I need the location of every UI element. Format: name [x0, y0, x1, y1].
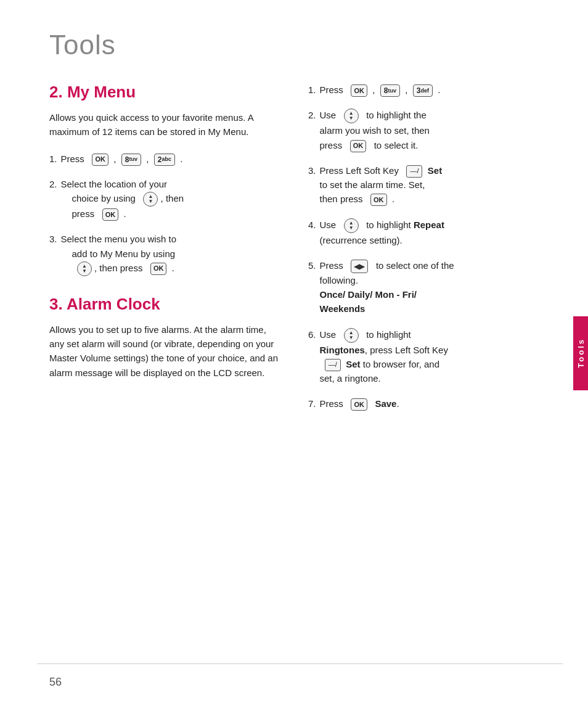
nav-key-icon: ▲▼ — [344, 328, 359, 343]
ok-key-icon: OK — [150, 263, 167, 275]
step-content: Press OK , 8tuv , 3def . — [320, 83, 551, 97]
page-divider — [37, 663, 563, 664]
right-step-1: 1. Press OK , 8tuv , 3def . — [308, 83, 551, 97]
step-content: Use ▲▼ to highlight Repeat (recurrence s… — [320, 218, 551, 247]
right-step-4: 4. Use ▲▼ to highlight Repeat (recurrenc… — [308, 218, 551, 247]
step-num: 3. — [308, 163, 316, 178]
soft-key-icon: —/ — [406, 165, 422, 178]
ok-key-icon: OK — [102, 208, 119, 221]
8tuv-key-icon: 8tuv — [121, 154, 141, 166]
left-column: 2. My Menu Allows you quick access to yo… — [49, 83, 284, 422]
step-num: 6. — [308, 327, 316, 342]
ok-key-icon: OK — [351, 84, 367, 97]
right-step-6: 6. Use ▲▼ to highlight Ringtones, press … — [308, 327, 551, 386]
right-step-7: 7. Press OK Save. — [308, 396, 551, 411]
left-step-2: 2. Select the location of your choice by… — [49, 177, 284, 221]
section3-description: Allows you to set up to five alarms. At … — [49, 322, 284, 380]
step-content: Use ▲▼ to highlight the alarm you wish t… — [320, 108, 551, 152]
content-columns: 2. My Menu Allows you quick access to yo… — [49, 83, 551, 422]
right-column: 1. Press OK , 8tuv , 3def . 2. Use — [308, 83, 551, 422]
step-num: 2. — [49, 177, 57, 191]
8tuv-key-icon: 8tuv — [380, 84, 400, 97]
side-tab: Tools — [573, 316, 588, 390]
page-container: Tools 2. My Menu Allows you quick access… — [0, 0, 588, 706]
ok-key-icon: OK — [370, 194, 387, 206]
section3-heading: 3. Alarm Clock — [49, 295, 284, 314]
step-content: Select the menu you wish to add to My Me… — [61, 232, 284, 276]
lr-key-icon: ◀▶ — [351, 260, 368, 273]
step-num: 1. — [308, 83, 316, 97]
ok-key-icon: OK — [350, 140, 367, 152]
right-step-5: 5. Press ◀▶ to select one of the followi… — [308, 258, 551, 316]
step-num: 7. — [308, 396, 316, 411]
ok-key-icon: OK — [351, 398, 367, 411]
step-content: Press Left Soft Key —/ Set to set the al… — [320, 163, 551, 207]
step-content: Use ▲▼ to highlight Ringtones, press Lef… — [320, 327, 551, 386]
right-step-2: 2. Use ▲▼ to highlight the alarm you wis… — [308, 108, 551, 152]
nav-key-icon: ▲▼ — [344, 109, 359, 123]
section2-heading: 2. My Menu — [49, 83, 284, 102]
nav-key-icon: ▲▼ — [143, 192, 158, 207]
soft-key-icon: —/ — [325, 359, 341, 371]
step-content: Press ◀▶ to select one of the following.… — [320, 258, 551, 316]
page-number: 56 — [49, 676, 62, 689]
step-num: 4. — [308, 218, 316, 232]
2abc-key-icon: 2abc — [154, 154, 175, 166]
side-tab-label: Tools — [576, 338, 586, 368]
step-num: 2. — [308, 108, 316, 122]
page-title: Tools — [49, 30, 551, 60]
ok-key-icon: OK — [92, 154, 108, 166]
section2-description: Allows you quick access to your favorite… — [49, 110, 284, 139]
step-content: Press OK Save. — [320, 396, 551, 411]
step-content: Select the location of your choice by us… — [61, 177, 284, 221]
right-step-3: 3. Press Left Soft Key —/ Set to set the… — [308, 163, 551, 207]
step-content: Press OK , 8tuv , 2abc . — [61, 152, 284, 166]
3def-key-icon: 3def — [413, 84, 433, 97]
step-num: 5. — [308, 258, 316, 273]
step-num: 1. — [49, 152, 57, 166]
nav-key-icon: ▲▼ — [77, 261, 92, 276]
left-step-1: 1. Press OK , 8tuv , 2abc . — [49, 152, 284, 166]
nav-key-icon: ▲▼ — [344, 218, 359, 233]
left-step-3: 3. Select the menu you wish to add to My… — [49, 232, 284, 276]
step-num: 3. — [49, 232, 57, 246]
